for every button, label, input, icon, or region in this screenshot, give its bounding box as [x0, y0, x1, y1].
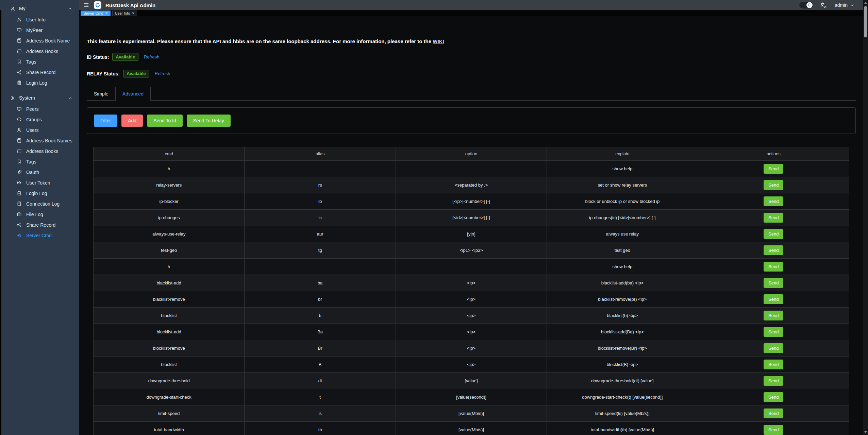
sidebar-item-server-cmd[interactable]: Server Cmd	[0, 230, 79, 241]
send-to-relay-button[interactable]: Send To Relay	[187, 115, 231, 127]
cell-alias: b	[245, 308, 396, 324]
tab-server-cmd[interactable]: Server Cmd×	[81, 11, 111, 16]
add-button[interactable]: Add	[121, 115, 143, 127]
filter-button[interactable]: Filter	[94, 115, 117, 127]
sidebar-item-tags[interactable]: Tags	[0, 56, 79, 67]
send-button[interactable]: Send	[764, 408, 783, 418]
sidebar-item-users[interactable]: Users	[0, 125, 79, 135]
sidebar-item-address-book-names[interactable]: Address Book Names	[0, 135, 79, 146]
sidebar-item-address-book-name[interactable]: Address Book Name	[0, 35, 79, 46]
dark-mode-toggle[interactable]: ☾	[799, 2, 813, 8]
send-button[interactable]: Send	[764, 376, 783, 386]
cell-option: [value(second)]	[396, 389, 547, 405]
cell-alias: ib	[245, 193, 396, 210]
cell-actions: Send	[698, 356, 849, 373]
send-button[interactable]: Send	[764, 229, 783, 239]
cell-actions: Send	[698, 340, 849, 356]
mode-tab-advanced[interactable]: Advanced	[116, 87, 151, 101]
table-row: relay-serversrs<separated by ,>set or sh…	[94, 177, 849, 193]
vertical-scrollbar[interactable]	[863, 0, 868, 435]
scrollbar-thumb[interactable]	[864, 6, 867, 37]
send-button[interactable]: Send	[764, 164, 783, 174]
cell-explain: test geo	[547, 242, 698, 259]
send-button[interactable]: Send	[764, 180, 783, 190]
sidebar-group-system[interactable]: System	[0, 92, 79, 104]
hamburger-menu-icon[interactable]	[84, 2, 89, 8]
sidebar-item-tags[interactable]: Tags	[0, 156, 79, 167]
sidebar-item-label: Share Record	[26, 222, 55, 228]
sidebar-item-label: Login Log	[26, 80, 47, 86]
cell-alias: t	[245, 389, 396, 405]
main-content: This feature is experimental. Please ens…	[79, 16, 863, 435]
sidebar-item-label: Address Book Name	[26, 38, 70, 44]
send-button[interactable]: Send	[764, 294, 783, 304]
sidebar-item-label: MyPeer	[26, 28, 43, 33]
cell-option: <ip1> <ip2>	[396, 242, 547, 259]
sidebar-group-my[interactable]: My	[0, 3, 79, 14]
user-dropdown[interactable]: admin	[835, 2, 854, 8]
notebook-icon	[17, 149, 22, 154]
cell-option: <ip>	[396, 324, 547, 340]
send-to-id-button[interactable]: Send To Id	[147, 115, 183, 127]
cell-actions: Send	[698, 373, 849, 389]
sidebar-item-peers[interactable]: Peers	[0, 104, 79, 114]
send-button[interactable]: Send	[764, 311, 783, 320]
cell-alias: Br	[245, 340, 396, 356]
tab-user-info[interactable]: User Info×	[112, 11, 137, 16]
status-label: ID Status:	[87, 54, 109, 60]
link-icon	[17, 170, 22, 175]
sidebar-item-share-record[interactable]: Share Record	[0, 67, 79, 77]
sidebar-item-login-log[interactable]: Login Log	[0, 77, 79, 88]
wiki-link[interactable]: WIKI	[433, 38, 444, 44]
send-button[interactable]: Send	[764, 213, 783, 223]
sidebar-item-connection-log[interactable]: Connection Log	[0, 198, 79, 209]
send-button[interactable]: Send	[764, 392, 783, 402]
cell-explain: limit-speed(ls) [value(Mb/s)]	[547, 405, 698, 422]
sidebar-item-share-record[interactable]: Share Record	[0, 220, 79, 230]
send-button[interactable]: Send	[764, 425, 783, 435]
sidebar-item-address-books[interactable]: Address Books	[0, 46, 79, 56]
sidebar-item-login-log[interactable]: Login Log	[0, 188, 79, 198]
table-row: test-geotg<ip1> <ip2>test geoSend	[94, 242, 849, 259]
cell-option: <separated by ,>	[396, 177, 547, 193]
sidebar-item-mypeer[interactable]: MyPeer	[0, 25, 79, 35]
sidebar-item-groups[interactable]: Groups	[0, 114, 79, 125]
sidebar-item-file-log[interactable]: File Log	[0, 209, 79, 220]
close-icon[interactable]: ×	[132, 11, 134, 15]
send-button[interactable]: Send	[764, 262, 783, 272]
toolbar-panel: FilterAddSend To IdSend To Relay	[87, 107, 856, 134]
cell-actions: Send	[698, 324, 849, 340]
user-icon	[17, 127, 22, 133]
refresh-link[interactable]: Refresh	[155, 71, 170, 76]
table-row: always-use-relayaur[y|n]always use relay…	[94, 226, 849, 242]
chevron-down-icon	[850, 3, 854, 7]
send-button[interactable]: Send	[764, 343, 783, 353]
send-button[interactable]: Send	[764, 245, 783, 255]
send-button[interactable]: Send	[764, 327, 783, 337]
close-icon[interactable]: ×	[105, 11, 108, 15]
scroll-up-icon[interactable]	[864, 2, 867, 4]
monitor-icon	[17, 106, 22, 111]
cell-alias: B	[245, 356, 396, 373]
language-switch-icon[interactable]: A	[820, 2, 827, 8]
sidebar-item-label: Users	[26, 127, 39, 133]
cell-actions: Send	[698, 259, 849, 275]
sidebar-item-user-info[interactable]: User Info	[0, 14, 79, 25]
sidebar-scrollbar[interactable]	[0, 10, 1, 435]
mode-tabs: SimpleAdvanced	[87, 87, 856, 101]
table-row: blocklist-addBa<ip>blocklist-add(Ba) <ip…	[94, 324, 849, 340]
sidebar-item-address-books[interactable]: Address Books	[0, 146, 79, 156]
sidebar-item-user-token[interactable]: User Token	[0, 177, 79, 188]
share-icon	[17, 222, 22, 227]
mode-tab-simple[interactable]: Simple	[87, 87, 116, 100]
send-button[interactable]: Send	[764, 196, 783, 206]
cell-actions: Send	[698, 210, 849, 226]
refresh-link[interactable]: Refresh	[144, 54, 160, 59]
send-button[interactable]: Send	[764, 360, 783, 369]
cell-explain: set or show relay servers	[547, 177, 698, 193]
send-button[interactable]: Send	[764, 278, 783, 288]
sidebar-group-label: System	[19, 95, 68, 101]
table-row: blacklist-addba<ip>blacklist-add(ba) <ip…	[94, 275, 849, 291]
sidebar-item-oauth[interactable]: Oauth	[0, 167, 79, 177]
scroll-down-icon[interactable]	[864, 431, 867, 433]
